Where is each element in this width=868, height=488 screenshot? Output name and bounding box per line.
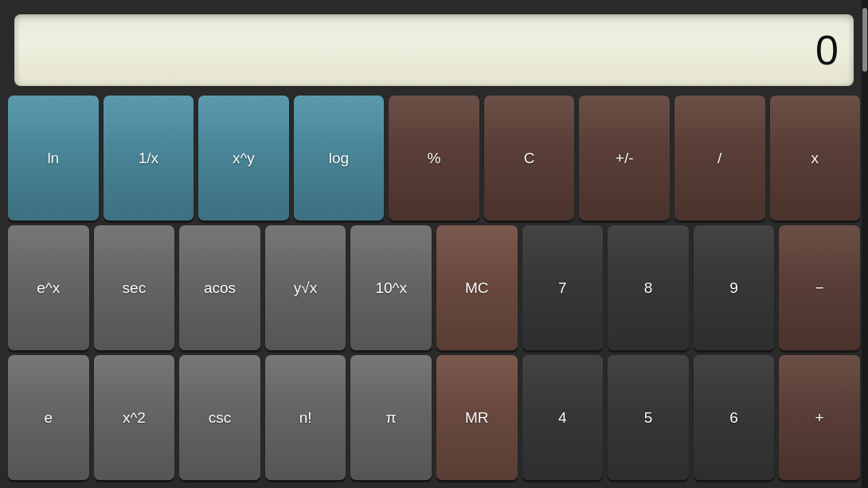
btn-five[interactable]: 5: [608, 355, 689, 480]
btn-sec[interactable]: sec: [94, 225, 175, 350]
row-2: ex^2cscn!πMR456+: [8, 355, 860, 480]
display-value: 0: [815, 26, 838, 74]
btn-x-pow-y[interactable]: x^y: [198, 96, 289, 221]
row-1: e^xsecacosy√x10^xMC789−: [8, 225, 860, 350]
btn-factorial[interactable]: n!: [265, 355, 346, 480]
btn-ten-pow-x[interactable]: 10^x: [350, 225, 432, 350]
display: 0: [14, 14, 854, 86]
btn-multiply[interactable]: x: [770, 96, 861, 221]
btn-plus[interactable]: +: [779, 355, 860, 480]
btn-plus-minus[interactable]: +/-: [579, 96, 670, 221]
keypad: ln1/xx^ylog%C+/-/xe^xsecacosy√x10^xMC789…: [0, 96, 868, 488]
btn-y-root-x[interactable]: y√x: [265, 225, 346, 350]
btn-eight[interactable]: 8: [608, 225, 689, 350]
btn-percent[interactable]: %: [389, 96, 479, 221]
row-0: ln1/xx^ylog%C+/-/x: [8, 96, 860, 221]
btn-pi[interactable]: π: [350, 355, 432, 480]
btn-ln[interactable]: ln: [8, 96, 99, 221]
btn-inv-x[interactable]: 1/x: [104, 96, 194, 221]
btn-log[interactable]: log: [294, 96, 385, 221]
btn-mr[interactable]: MR: [436, 355, 518, 480]
btn-minus[interactable]: −: [779, 225, 860, 350]
btn-six[interactable]: 6: [694, 355, 775, 480]
btn-clear[interactable]: C: [484, 96, 575, 221]
btn-x-squared[interactable]: x^2: [94, 355, 175, 480]
btn-seven[interactable]: 7: [522, 225, 604, 350]
btn-divide[interactable]: /: [674, 96, 765, 221]
btn-four[interactable]: 4: [522, 355, 604, 480]
btn-euler[interactable]: e: [8, 355, 89, 480]
btn-acos[interactable]: acos: [179, 225, 260, 350]
btn-e-pow-x[interactable]: e^x: [8, 225, 89, 350]
btn-mc[interactable]: MC: [436, 225, 518, 350]
btn-nine[interactable]: 9: [694, 225, 775, 350]
btn-csc[interactable]: csc: [179, 355, 260, 480]
